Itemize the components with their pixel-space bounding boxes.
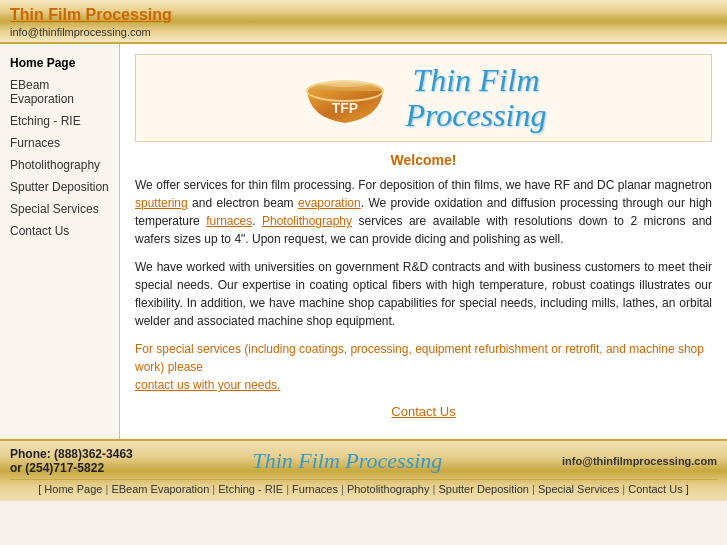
photolithography-link[interactable]: Photolithography bbox=[262, 214, 352, 228]
special-line1: For special services (including coatings… bbox=[135, 342, 704, 374]
sidebar-item-contact[interactable]: Contact Us bbox=[0, 220, 119, 242]
main-content: TFP Thin Film Processing Welcome! We off… bbox=[120, 44, 727, 439]
paragraph-1: We offer services for thin film processi… bbox=[135, 176, 712, 248]
footer-nav-special[interactable]: Special Services bbox=[538, 483, 619, 495]
special-services-para: For special services (including coatings… bbox=[135, 340, 712, 394]
sidebar-item-special[interactable]: Special Services bbox=[0, 198, 119, 220]
footer-nav-furnaces[interactable]: Furnaces bbox=[292, 483, 338, 495]
logo-title-text: Thin Film Processing bbox=[405, 63, 546, 133]
para1-middle1: and electron beam bbox=[188, 196, 298, 210]
logo-line2: Processing bbox=[405, 97, 546, 133]
footer-email: info@thinfilmprocessing.com bbox=[562, 455, 717, 467]
footer-nav-home[interactable]: Home Page bbox=[44, 483, 102, 495]
contact-us-section: Contact Us bbox=[135, 404, 712, 419]
footer-nav: [ Home Page | EBeam Evaporation | Etchin… bbox=[10, 479, 717, 495]
sputtering-link[interactable]: sputtering bbox=[135, 196, 188, 210]
logo-line1: Thin Film bbox=[412, 62, 539, 98]
footer-nav-ebeam[interactable]: EBeam Evaporation bbox=[111, 483, 209, 495]
footer-top: Phone: (888)362-3463 or (254)717-5822 Th… bbox=[10, 447, 717, 475]
sidebar-item-home[interactable]: Home Page bbox=[0, 52, 119, 74]
footer-title: Thin Film Processing bbox=[252, 448, 442, 474]
footer-nav-sputter[interactable]: Sputter Deposition bbox=[438, 483, 529, 495]
special-line2[interactable]: contact us with your needs. bbox=[135, 378, 280, 392]
site-title: Thin Film Processing bbox=[10, 6, 717, 24]
sidebar-item-photolithography[interactable]: Photolithography bbox=[0, 154, 119, 176]
paragraph-2: We have worked with universities on gove… bbox=[135, 258, 712, 330]
sidebar-item-etching[interactable]: Etching - RIE bbox=[0, 110, 119, 132]
footer-phone: Phone: (888)362-3463 or (254)717-5822 bbox=[10, 447, 133, 475]
content-body: We offer services for thin film processi… bbox=[135, 176, 712, 394]
header: Thin Film Processing info@thinfilmproces… bbox=[0, 0, 727, 44]
contact-us-link[interactable]: Contact Us bbox=[391, 404, 455, 419]
footer-nav-contact[interactable]: Contact Us bbox=[628, 483, 682, 495]
footer-nav-photo[interactable]: Photolithography bbox=[347, 483, 430, 495]
svg-text:TFP: TFP bbox=[332, 100, 358, 116]
sidebar-item-furnaces[interactable]: Furnaces bbox=[0, 132, 119, 154]
footer: Phone: (888)362-3463 or (254)717-5822 Th… bbox=[0, 439, 727, 501]
sidebar-item-ebeam[interactable]: EBeam Evaporation bbox=[0, 74, 119, 110]
main-layout: Home Page EBeam Evaporation Etching - RI… bbox=[0, 44, 727, 439]
svg-point-3 bbox=[320, 79, 370, 87]
footer-nav-etching[interactable]: Etching - RIE bbox=[218, 483, 283, 495]
tfp-logo-svg: TFP bbox=[300, 63, 390, 133]
footer-phone-line1: Phone: (888)362-3463 bbox=[10, 447, 133, 461]
header-email: info@thinfilmprocessing.com bbox=[10, 26, 717, 38]
evaporation-link[interactable]: evaporation bbox=[298, 196, 361, 210]
logo-area: TFP Thin Film Processing bbox=[135, 54, 712, 142]
para1-text-before: We offer services for thin film processi… bbox=[135, 178, 712, 192]
furnaces-link[interactable]: furnaces bbox=[206, 214, 252, 228]
para1-middle3: . bbox=[252, 214, 262, 228]
sidebar: Home Page EBeam Evaporation Etching - RI… bbox=[0, 44, 120, 439]
sidebar-item-sputter[interactable]: Sputter Deposition bbox=[0, 176, 119, 198]
footer-phone-line2: or (254)717-5822 bbox=[10, 461, 133, 475]
welcome-heading: Welcome! bbox=[135, 152, 712, 168]
